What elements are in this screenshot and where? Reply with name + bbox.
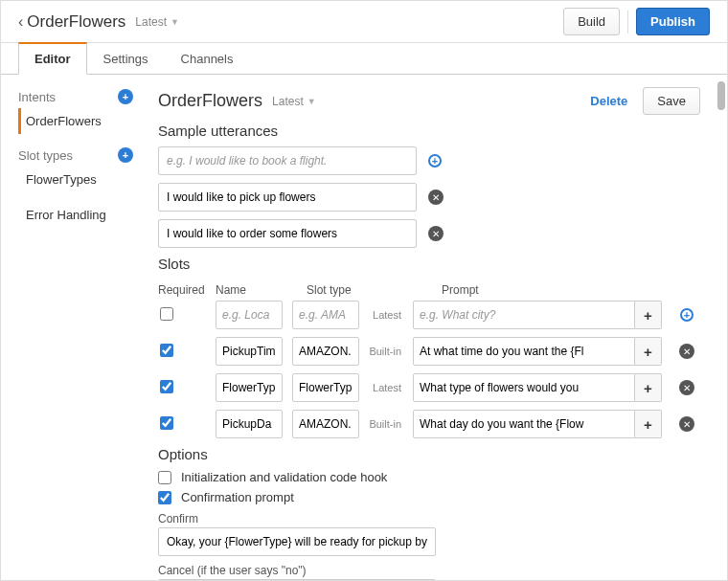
add-utterance-icon[interactable]: +	[428, 154, 442, 168]
sidebar-intents-heading: Intents	[18, 90, 56, 104]
options-heading: Options	[158, 446, 700, 462]
remove-slot-icon[interactable]: ✕	[679, 344, 694, 359]
col-prompt: Prompt	[442, 283, 641, 297]
slot-required-checkbox[interactable]	[160, 380, 173, 393]
add-intent-icon[interactable]: +	[118, 89, 133, 104]
init-hook-checkbox[interactable]	[158, 471, 171, 484]
confirmation-checkbox[interactable]	[158, 491, 171, 504]
divider	[627, 11, 628, 34]
save-button[interactable]: Save	[643, 87, 700, 115]
utterance-input[interactable]	[158, 183, 417, 212]
utterances-heading: Sample utterances	[158, 123, 700, 139]
add-slottype-icon[interactable]: +	[118, 147, 133, 163]
tab-settings[interactable]: Settings	[87, 43, 165, 75]
publish-button[interactable]: Publish	[636, 8, 710, 35]
slot-prompt-input[interactable]	[413, 373, 635, 402]
slot-name-input[interactable]	[216, 410, 283, 438]
add-prompt-icon[interactable]: +	[635, 337, 662, 366]
intent-title: OrderFlowers	[158, 91, 262, 111]
slot-version-label: Built-in	[359, 346, 407, 357]
intent-version-dropdown[interactable]: Latest ▼	[272, 95, 316, 108]
slot-required-checkbox[interactable]	[160, 307, 173, 321]
slot-version-label: Built-in	[359, 418, 407, 430]
slot-name-input[interactable]	[216, 337, 283, 366]
sidebar-item-orderflowers[interactable]: OrderFlowers	[18, 108, 141, 134]
cancel-sublabel: Cancel (if the user says "no")	[158, 564, 700, 577]
col-name: Name	[216, 283, 297, 297]
scrollbar[interactable]	[714, 76, 727, 580]
tab-editor[interactable]: Editor	[18, 42, 87, 75]
slot-prompt-input[interactable]	[413, 410, 635, 438]
scrollbar-thumb[interactable]	[717, 81, 725, 110]
slot-version-label: Latest	[359, 382, 407, 393]
confirm-input[interactable]	[158, 527, 436, 556]
confirm-sublabel: Confirm	[158, 512, 700, 525]
slot-type-input[interactable]	[292, 373, 359, 402]
slot-type-input[interactable]	[292, 337, 359, 366]
slot-required-checkbox[interactable]	[160, 416, 173, 430]
intent-version-label: Latest	[272, 95, 304, 108]
slot-version-label: Latest	[359, 309, 407, 321]
slot-name-input[interactable]	[216, 373, 283, 402]
sidebar-item-flowertypes[interactable]: FlowerTypes	[18, 167, 141, 192]
build-button[interactable]: Build	[563, 8, 620, 35]
cancel-input[interactable]	[158, 579, 436, 580]
slot-name-input[interactable]	[216, 301, 283, 329]
utterance-input-new[interactable]	[158, 146, 417, 175]
col-type: Slot type	[307, 283, 388, 297]
add-prompt-icon[interactable]: +	[635, 373, 662, 402]
delete-link[interactable]: Delete	[590, 94, 627, 108]
slots-heading: Slots	[158, 256, 700, 272]
back-caret-icon[interactable]: ‹	[18, 13, 23, 31]
bot-version-dropdown[interactable]: Latest ▼	[135, 15, 179, 29]
add-prompt-icon[interactable]: +	[635, 301, 662, 329]
remove-utterance-icon[interactable]: ✕	[428, 190, 444, 205]
remove-slot-icon[interactable]: ✕	[679, 416, 694, 432]
confirmation-label: Confirmation prompt	[181, 490, 294, 504]
slot-type-input[interactable]	[292, 410, 359, 438]
slot-type-input[interactable]	[292, 301, 359, 329]
add-slot-icon[interactable]: +	[680, 308, 694, 322]
bot-title: OrderFlowers	[27, 12, 125, 32]
add-prompt-icon[interactable]: +	[635, 410, 662, 438]
remove-slot-icon[interactable]: ✕	[679, 380, 694, 395]
slot-required-checkbox[interactable]	[160, 344, 173, 357]
init-hook-label: Initialization and validation code hook	[181, 470, 387, 484]
tab-channels[interactable]: Channels	[165, 43, 250, 75]
sidebar-item-error-handling[interactable]: Error Handling	[18, 202, 141, 228]
remove-utterance-icon[interactable]: ✕	[428, 226, 444, 241]
slot-prompt-input[interactable]	[413, 337, 635, 366]
utterance-input[interactable]	[158, 219, 417, 248]
slot-prompt-input[interactable]	[413, 301, 635, 329]
sidebar-slottypes-heading: Slot types	[18, 148, 73, 163]
chevron-down-icon: ▼	[307, 97, 316, 106]
col-required: Required	[158, 283, 216, 297]
bot-version-label: Latest	[135, 15, 167, 29]
chevron-down-icon: ▼	[171, 17, 179, 27]
